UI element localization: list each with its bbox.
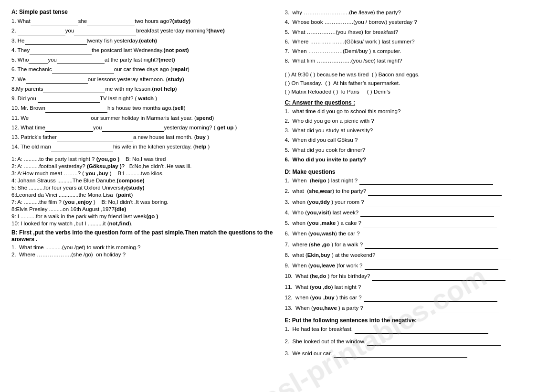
answer-line[interactable] <box>359 178 493 185</box>
option-row-3: ( ) Matrix Reloaded ( ) To Paris ( ) Dem… <box>285 87 547 96</box>
list-item: 11. Weour summer holiday in Marmaris las… <box>11 114 274 122</box>
list-item: 5: She ..........for four years at Oxfor… <box>11 185 274 191</box>
blank[interactable] <box>31 19 78 25</box>
blank[interactable] <box>38 96 100 103</box>
section-d-list: 1. When (he/go ) last night ? 2. what (s… <box>285 177 547 312</box>
mid-section: 1: A: ..........to the party last night … <box>11 156 274 226</box>
blank[interactable] <box>25 38 87 45</box>
answer-line[interactable] <box>363 221 497 227</box>
list-item: 3. when (you,tidy ) your room ? <box>285 198 547 206</box>
blank[interactable] <box>52 67 114 74</box>
option-row-2: ( ) On Tuesday. ( ) At his father’s supe… <box>285 79 547 87</box>
list-item: 5. What did you cook for dinner? <box>285 146 547 154</box>
list-item: 10: I looked for my watch ,but I .......… <box>11 221 274 226</box>
options-block: ( ) At 9:30 ( ) because he was tired ( )… <box>285 70 547 96</box>
list-item: 3. What did you study at university? <box>285 127 547 135</box>
section-b: B: First ,put the verbs into the questio… <box>11 229 274 257</box>
list-item: 5. when (you ,make ) a cake ? <box>285 219 547 227</box>
list-item: 8. What film ……………….(you /see) last nigh… <box>285 57 547 65</box>
list-item: 7. Weour lessons yesteray afternoon. (st… <box>11 75 274 84</box>
list-item: 8. what (Ekin,buy ) at the weekend? <box>285 251 547 259</box>
list-item: 4: Johann Strauss ..........The Blue Dan… <box>11 178 274 183</box>
blank[interactable] <box>87 19 135 25</box>
list-item: 6:Leonard da Vinci .............the Mona… <box>11 192 274 198</box>
answer-line[interactable] <box>365 306 499 312</box>
section-b-q1: 1. What time ...........(you /get) to wo… <box>11 244 274 250</box>
section-e-list: 1. He had tea for breakfast. 2. She look… <box>285 325 547 358</box>
list-item: 14. The old manhis wife in the kitchen y… <box>11 143 274 151</box>
section-a-list: 1. Whatshetwo hours ago?(study) 2. youbr… <box>11 17 274 151</box>
list-item: 2. youbreakfast yesterday morning?(have) <box>11 27 274 35</box>
list-item: 11. What (you ,do) last night ? <box>285 283 547 291</box>
answer-line[interactable] <box>334 351 467 358</box>
blank[interactable] <box>57 57 105 64</box>
answer-line[interactable] <box>365 242 498 249</box>
blank[interactable] <box>43 86 105 93</box>
list-item: 1. Whatshetwo hours ago?(study) <box>11 17 274 25</box>
option-row-1: ( ) At 9:30 ( ) because he was tired ( )… <box>285 70 547 79</box>
list-item: 12. when (you ,buy ) this car ? <box>285 294 547 302</box>
list-item: 1. He had tea for breakfast. <box>285 325 547 333</box>
blank[interactable] <box>102 125 164 132</box>
list-item: 10. Mr. Brownhis house two months ago.(s… <box>11 104 274 112</box>
answer-line[interactable] <box>355 327 488 334</box>
list-item: 8:Elvis Presley .........on 16th August … <box>11 206 274 212</box>
section-b-title: B: First ,put the verbs into the questio… <box>11 229 274 243</box>
answer-line[interactable] <box>377 253 511 259</box>
list-item: 5. What …………….(you /have) for breakfast? <box>285 28 547 36</box>
list-item: 4. Theythe postcard last Wednesday.(not … <box>11 46 274 54</box>
section-a-title: A: Simple past tense <box>11 9 274 15</box>
list-item: 12. What timeyouyesterday morning? ( get… <box>11 124 274 132</box>
answer-line[interactable] <box>360 210 494 217</box>
list-item: 4. Whose book …………….(you / borrow) yeste… <box>285 18 547 26</box>
blank[interactable] <box>29 57 48 64</box>
list-item: 6. When (you,wash) the car ? <box>285 230 547 238</box>
blank[interactable] <box>18 29 65 35</box>
blank[interactable] <box>45 125 93 132</box>
answer-line[interactable] <box>365 263 498 270</box>
blank[interactable] <box>74 29 136 35</box>
right-top-list: 3. why …………………….(he /leave) the party? 4… <box>285 9 547 65</box>
section-c-list: 1. what time did you go to school this m… <box>285 107 547 164</box>
blank[interactable] <box>51 145 113 151</box>
blank[interactable] <box>45 106 107 113</box>
list-item: 5. Whoyouat the party last night?(meet) <box>11 56 274 64</box>
page-container: A: Simple past tense 1. Whatshetwo hours… <box>11 9 547 362</box>
list-item: 4. When did you call Göksu ? <box>285 136 547 144</box>
blank[interactable] <box>57 135 133 141</box>
section-d-title: D: Make questions <box>285 169 547 175</box>
list-item: 1: A: ..........to the party last night … <box>11 156 274 162</box>
answer-line[interactable] <box>372 274 505 281</box>
list-item: 1. what time did you go to school this m… <box>285 107 547 116</box>
list-item: 13. When (you,have ) a party ? <box>285 304 547 312</box>
list-item: 8.My parentsme with my lesson.(not help) <box>11 85 274 93</box>
section-c-title: C: Answer the questions : <box>285 99 547 106</box>
list-item: 2: A: ..........football yesterday? (Gök… <box>11 163 274 169</box>
answer-line[interactable] <box>367 339 501 346</box>
list-item: 2. what (she,wear) to the party? <box>285 187 547 195</box>
answer-line[interactable] <box>363 285 496 291</box>
list-item: 9. When (you,leave )for work ? <box>285 262 547 270</box>
list-item: 9: I ..........for a walk in the park wi… <box>11 213 274 219</box>
list-item: 10. What (he,do ) for his birthday? <box>285 272 547 280</box>
left-column: A: Simple past tense 1. Whatshetwo hours… <box>11 9 274 362</box>
right-column: 3. why …………………….(he /leave) the party? 4… <box>285 9 547 362</box>
blank[interactable] <box>26 77 88 84</box>
list-item: 3. We sold our car. <box>285 350 547 358</box>
answer-line[interactable] <box>362 232 495 238</box>
list-item: 6. Where ……………….(Göksu/ work ) last summ… <box>285 38 547 46</box>
answer-line[interactable] <box>366 200 500 206</box>
blank[interactable] <box>29 116 91 122</box>
list-item: 3: A:How much meat ……..? ( you ,buy ) B:… <box>11 170 274 176</box>
list-item: 2. She looked out of the window. <box>285 338 547 346</box>
list-item: 7. where (she ,go ) for a walk ? <box>285 241 547 249</box>
list-item: 2. Who did you go on a picnic with ? <box>285 117 547 125</box>
answer-line[interactable] <box>364 295 497 302</box>
answer-line[interactable] <box>368 189 502 196</box>
blank[interactable] <box>30 48 92 54</box>
list-item: 6. Who did you invite to party? <box>285 156 547 164</box>
list-item: 9. Did you TV last night? ( watch ) <box>11 95 274 103</box>
section-e-title: E: Put the following sentences into the … <box>285 317 547 324</box>
section-b-q2: 2. Where ……………….(she /go) on holiday ? <box>11 252 274 257</box>
list-item: 4. Who (you,visit) last week? <box>285 209 547 217</box>
